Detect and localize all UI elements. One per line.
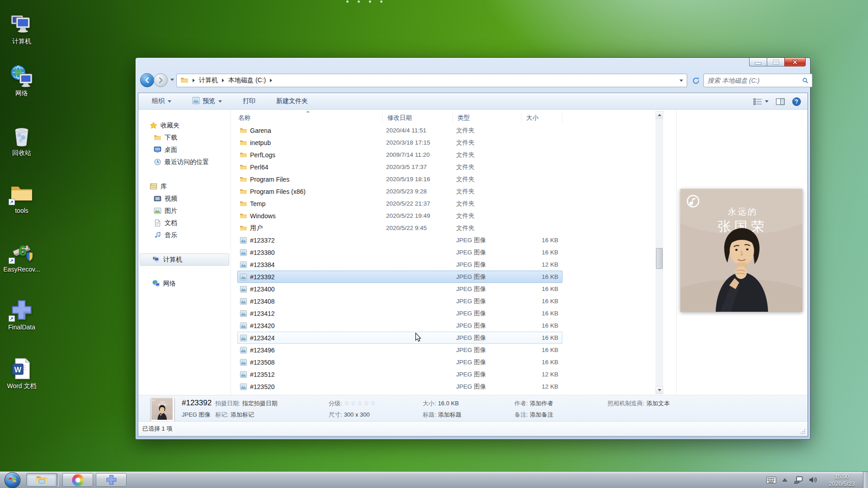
new-folder-button[interactable]: 新建文件夹 (274, 95, 311, 107)
file-row[interactable]: inetpub 2020/3/18 17:15 文件夹 (237, 136, 562, 149)
desktop-icon-finaldata[interactable]: FinalData (1, 297, 42, 331)
detail-value[interactable]: ☆☆☆☆☆ (344, 399, 377, 407)
network-tray-icon[interactable] (793, 476, 803, 484)
file-row[interactable]: #123420 JPEG 图像 16 KB (237, 319, 562, 332)
sidebar-item-network[interactable]: 网络 (140, 277, 229, 290)
file-row[interactable]: Windows 2020/5/22 19:49 文件夹 (237, 210, 562, 222)
print-button[interactable]: 打印 (240, 95, 258, 107)
file-date: 2020/5/23 9:28 (383, 188, 453, 195)
breadcrumb-item-local-disk-c[interactable]: 本地磁盘 (C:) (228, 76, 266, 84)
taskbar-button-finaldata[interactable] (96, 473, 127, 487)
magnifier-icon[interactable] (802, 77, 809, 84)
detail-label: 照相机制造商: (608, 400, 645, 407)
show-desktop-button[interactable] (863, 472, 868, 488)
windows-logo-icon (8, 475, 17, 485)
file-date: 2020/3/5 17:37 (383, 164, 453, 170)
file-row[interactable]: Temp 2020/5/22 21:37 文件夹 (237, 197, 562, 210)
file-type: 文件夹 (453, 127, 522, 135)
file-row[interactable]: Program Files 2020/5/19 18:16 文件夹 (237, 173, 562, 185)
folder-icon (240, 127, 247, 134)
file-row[interactable]: #123380 JPEG 图像 16 KB (237, 246, 562, 258)
file-row[interactable]: #123400 JPEG 图像 16 KB (237, 283, 562, 295)
file-row[interactable]: #123424 JPEG 图像 16 KB (237, 332, 562, 344)
maximize-button[interactable] (767, 58, 785, 66)
detail-value[interactable]: 指定拍摄日期 (242, 400, 278, 407)
file-row[interactable]: Garena 2020/4/4 11:51 文件夹 (237, 124, 562, 136)
refresh-button[interactable] (690, 75, 702, 86)
forward-button[interactable] (154, 73, 168, 87)
file-row[interactable]: #123496 JPEG 图像 16 KB (237, 344, 562, 356)
sidebar-item-document[interactable]: 文档 (140, 217, 229, 229)
preview-button[interactable]: 预览 (189, 95, 225, 108)
organize-button[interactable]: 组织 (149, 95, 174, 107)
file-row[interactable]: #123384 JPEG 图像 12 KB (237, 258, 562, 271)
desktop-icon-recycle-bin[interactable]: 回收站 (1, 123, 42, 156)
desktop-icon-computer[interactable]: 计算机 (1, 11, 42, 45)
file-name: #123412 (250, 310, 275, 317)
breadcrumb[interactable]: 计算机 本地磁盘 (C:) (176, 74, 687, 87)
file-row[interactable]: Perl64 2020/3/5 17:37 文件夹 (237, 161, 562, 173)
file-row[interactable]: #123412 JPEG 图像 16 KB (237, 307, 562, 319)
sidebar-item-folder[interactable]: 下载 (140, 131, 229, 144)
search-input[interactable] (704, 77, 802, 84)
taskbar-button-chrome[interactable] (62, 473, 93, 487)
volume-icon[interactable] (809, 476, 817, 483)
file-row[interactable]: #123512 JPEG 图像 12 KB (237, 368, 562, 380)
image-icon (240, 237, 247, 244)
file-row[interactable]: 用户 2020/5/22 9:45 文件夹 (237, 222, 562, 234)
show-hidden-icons[interactable] (782, 478, 788, 482)
resize-grip[interactable] (800, 429, 806, 435)
sidebar-item-library[interactable]: 库 (140, 180, 229, 192)
start-button[interactable] (5, 472, 20, 488)
detail-value: 16.0 KB (438, 400, 459, 407)
history-dropdown-icon[interactable] (170, 79, 174, 81)
keyboard-icon[interactable] (766, 477, 776, 483)
file-row[interactable]: PerfLogs 2009/7/14 11:20 文件夹 (237, 149, 562, 161)
scroll-down-button[interactable] (656, 386, 663, 394)
image-icon (240, 310, 247, 317)
breadcrumb-item-computer[interactable]: 计算机 (199, 76, 218, 84)
preview-pane-toggle[interactable] (776, 98, 785, 105)
detail-value[interactable]: 添加文本 (646, 400, 670, 407)
taskbar-button-explorer[interactable] (26, 473, 57, 487)
detail-value[interactable]: 添加标记 (231, 411, 254, 418)
file-row[interactable]: #123372 JPEG 图像 16 KB (237, 234, 562, 246)
detail-value[interactable]: 添加标题 (438, 411, 462, 418)
desktop-icon-easyrecovery[interactable]: 6 EasyRecov... (1, 239, 42, 273)
column-header-size[interactable]: 大小 (522, 113, 562, 123)
image-icon (240, 347, 247, 354)
back-button[interactable] (140, 73, 154, 87)
file-row[interactable]: Program Files (x86) 2020/5/23 9:28 文件夹 (237, 185, 562, 197)
detail-value[interactable]: 添加备注 (530, 411, 553, 418)
file-row[interactable]: #123520 JPEG 图像 12 KB (237, 380, 562, 393)
address-dropdown-icon[interactable] (679, 80, 683, 82)
desktop-icon-word[interactable]: W Word 文档 (1, 356, 42, 389)
sidebar-item-picture[interactable]: 图片 (140, 205, 229, 217)
desktop-icon-folder[interactable]: tools (1, 181, 42, 214)
minimize-icon (755, 63, 761, 64)
minimize-button[interactable] (749, 58, 767, 66)
views-button[interactable] (753, 98, 769, 105)
close-button[interactable] (784, 58, 806, 66)
scroll-up-button[interactable] (656, 111, 663, 119)
detail-value[interactable]: 添加作者 (530, 400, 553, 407)
sidebar-item-video[interactable]: 视频 (140, 192, 229, 205)
desktop-icon-network[interactable]: 网络 (1, 63, 42, 97)
scrollbar-thumb[interactable] (656, 248, 663, 269)
detail-label: 标题: (423, 411, 436, 418)
taskbar-clock[interactable]: 15:00 2020/5/23 (822, 473, 862, 488)
sidebar-item-recent[interactable]: 最近访问的位置 (140, 156, 229, 168)
sidebar-item-star[interactable]: 收藏夹 (140, 119, 229, 131)
file-row[interactable]: #123392 JPEG 图像 16 KB (237, 271, 562, 283)
column-header-date[interactable]: 修改日期 (383, 113, 453, 123)
sidebar-item-music[interactable]: 音乐 (140, 229, 229, 241)
sidebar-item-computer[interactable]: 计算机 (140, 253, 229, 266)
help-button[interactable]: ? (792, 97, 801, 106)
file-type: 文件夹 (453, 163, 522, 171)
file-row[interactable]: #123408 JPEG 图像 16 KB (237, 295, 562, 307)
file-row[interactable]: #123508 JPEG 图像 16 KB (237, 356, 562, 368)
vertical-scrollbar[interactable] (656, 111, 663, 394)
column-header-name[interactable]: 名称 (234, 113, 383, 123)
sidebar-item-desktop[interactable]: 桌面 (140, 144, 229, 156)
column-header-type[interactable]: 类型 (453, 113, 522, 123)
